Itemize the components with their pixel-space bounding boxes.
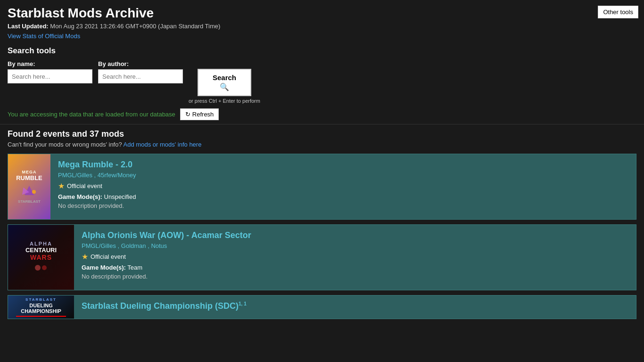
refresh-label: Refresh <box>192 111 214 118</box>
mod-official: ★ Official event <box>82 252 628 261</box>
search-row: By name: By author: Search 🔍 or press Ct… <box>8 60 636 104</box>
view-stats-link[interactable]: View Stats of Official Mods <box>8 33 80 40</box>
svg-point-3 <box>35 265 41 271</box>
mods-list: MEGA RUMBLE STARBLAST Mega Rumble - 2.0 … <box>0 150 644 323</box>
svg-point-4 <box>42 265 47 270</box>
missing-mods-text: Can't find your mods or wrong mods' info… <box>8 141 636 148</box>
sdc-title-sup: 1, 1 <box>239 301 247 306</box>
mod-card: ALPHA CENTAURI WARS Alpha Orionis War (A… <box>8 224 636 290</box>
gamemode-value: Unspecified <box>104 193 136 200</box>
mod-description: No description provided. <box>82 273 628 280</box>
mod-info: Alpha Orionis War (AOW) - Acamar Sector … <box>74 225 636 290</box>
mod-thumbnail: MEGA RUMBLE STARBLAST <box>8 154 50 219</box>
mod-info: Mega Rumble - 2.0 PMGL/Gilles , 45rfew/M… <box>50 154 636 219</box>
found-text: Found 2 events and 37 mods <box>8 129 636 139</box>
thumb-alpha: ALPHA CENTAURI WARS <box>8 225 74 290</box>
mod-card: MEGA RUMBLE STARBLAST Mega Rumble - 2.0 … <box>8 154 636 220</box>
missing-text: Can't find your mods or wrong mods' info… <box>8 141 122 148</box>
by-name-label: By name: <box>8 60 92 67</box>
mod-thumbnail: STARBLAST DUELING CHAMPIONSHIP <box>8 296 74 319</box>
wars-text: WARS <box>30 254 52 261</box>
search-button-group: Search 🔍 or press Ctrl + Enter to perfor… <box>189 69 260 104</box>
page-header: Starblast Mods Archive Last Updated: Mon… <box>0 0 644 41</box>
mod-gamemode: Game Mode(s): Unspecified <box>58 193 628 200</box>
by-name-group: By name: <box>8 60 92 83</box>
search-hint: or press Ctrl + Enter to perform <box>189 98 260 104</box>
database-notice: You are accessing the data that are load… <box>8 108 636 120</box>
refresh-icon: ↻ <box>185 111 190 118</box>
official-event-label: Official event <box>91 253 126 260</box>
mod-card: STARBLAST DUELING CHAMPIONSHIP Starblast… <box>8 295 636 319</box>
mod-gamemode: Game Mode(s): Team <box>82 264 628 271</box>
search-tools-title: Search tools <box>8 46 636 56</box>
mod-description: No description provided. <box>58 202 628 209</box>
thumb-sdc: STARBLAST DUELING CHAMPIONSHIP <box>8 296 74 319</box>
sdc-title-text: Starblast Dueling Championship (SDC) <box>82 301 239 311</box>
refresh-button[interactable]: ↻ Refresh <box>180 108 219 120</box>
add-mods-link[interactable]: Add mods or mods' info here <box>124 141 202 148</box>
search-by-name-input[interactable] <box>8 69 92 83</box>
search-icon: 🔍 <box>220 82 229 91</box>
search-button-label: Search <box>213 74 236 82</box>
page-title: Starblast Mods Archive <box>8 6 636 21</box>
mod-authors: PMGL/Gilles , Goldman , Notus <box>82 242 628 249</box>
official-event-label: Official event <box>67 182 102 189</box>
mod-title[interactable]: Alpha Orionis War (AOW) - Acamar Sector <box>82 230 251 240</box>
search-tools-section: Search tools By name: By author: Search … <box>0 41 644 104</box>
mod-title[interactable]: Starblast Dueling Championship (SDC)1, 1 <box>82 301 247 311</box>
results-header: Found 2 events and 37 mods Can't find yo… <box>0 124 644 150</box>
star-icon: ★ <box>58 181 65 190</box>
svg-point-2 <box>32 190 36 194</box>
last-updated-value: Mon Aug 23 2021 13:26:46 GMT+0900 (Japan… <box>50 23 220 30</box>
other-tools-button[interactable]: Other tools <box>598 6 638 18</box>
star-icon: ★ <box>82 252 88 261</box>
last-updated-label: Last Updated: <box>8 23 49 30</box>
search-button[interactable]: Search 🔍 <box>198 69 251 96</box>
mod-authors: PMGL/Gilles , 45rfew/Money <box>58 172 628 179</box>
last-updated: Last Updated: Mon Aug 23 2021 13:26:46 G… <box>8 23 636 30</box>
by-author-group: By author: <box>98 60 183 83</box>
mod-title[interactable]: Mega Rumble - 2.0 <box>58 160 132 169</box>
search-by-author-input[interactable] <box>98 69 183 83</box>
database-notice-text: You are accessing the data that are load… <box>8 111 175 118</box>
thumb-mega-rumble: MEGA RUMBLE STARBLAST <box>8 154 50 219</box>
by-author-label: By author: <box>98 60 183 67</box>
mod-info: Starblast Dueling Championship (SDC)1, 1 <box>74 296 636 319</box>
mod-official: ★ Official event <box>58 181 628 190</box>
gamemode-value: Team <box>127 264 142 271</box>
mod-thumbnail: ALPHA CENTAURI WARS <box>8 225 74 290</box>
